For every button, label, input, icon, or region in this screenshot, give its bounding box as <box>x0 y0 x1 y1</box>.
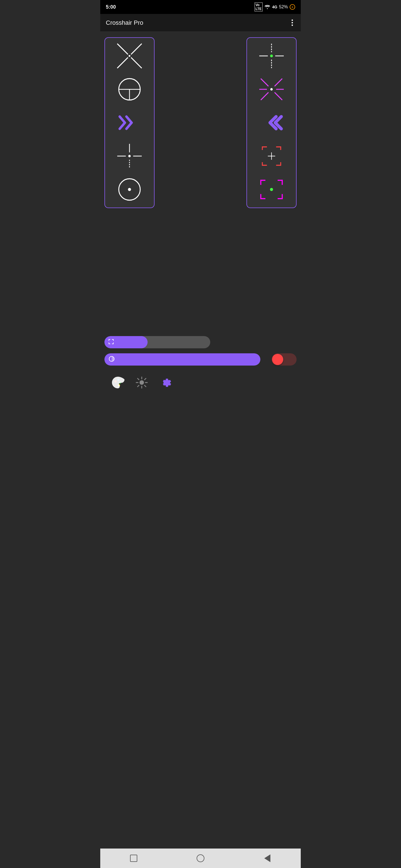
chevron-crosshair-item[interactable] <box>113 107 146 138</box>
crosshair-row <box>105 37 296 208</box>
svg-line-22 <box>275 92 282 100</box>
scope-crosshair-item[interactable] <box>113 74 146 104</box>
svg-line-1 <box>131 44 142 55</box>
main-content <box>100 32 301 331</box>
opacity-toggle-row <box>105 353 296 366</box>
app-title: Crosshair Pro <box>106 19 143 26</box>
opacity-icon <box>108 355 115 363</box>
svg-line-40 <box>145 378 146 380</box>
svg-point-28 <box>270 188 273 191</box>
svg-line-2 <box>117 58 128 68</box>
size-slider-track[interactable] <box>105 336 210 348</box>
svg-line-20 <box>275 79 282 87</box>
svg-point-12 <box>128 155 131 157</box>
svg-line-39 <box>145 385 146 387</box>
wifi-icon <box>264 4 270 10</box>
signal-icon: 4G <box>272 5 277 9</box>
more-menu-button[interactable] <box>289 17 295 28</box>
bracket-dot-crosshair-item[interactable] <box>255 174 288 205</box>
svg-line-3 <box>131 58 142 68</box>
svg-point-33 <box>140 380 144 385</box>
opacity-slider-track[interactable] <box>105 353 260 366</box>
opacity-slider-fill <box>105 353 260 366</box>
volte-icon: VoLTE <box>255 2 263 11</box>
left-crosshair-panel <box>105 37 154 208</box>
settings-button[interactable] <box>158 375 173 390</box>
svg-line-38 <box>138 378 139 380</box>
svg-point-25 <box>270 88 273 91</box>
size-slider-fill <box>105 336 148 348</box>
expand-icon <box>108 338 114 346</box>
svg-line-0 <box>117 44 128 55</box>
bottom-icons-row <box>105 371 296 395</box>
right-crosshair-panel <box>247 37 296 208</box>
toggle-knob <box>272 354 283 365</box>
cross-dot-crosshair-item[interactable] <box>255 41 288 71</box>
svg-line-19 <box>261 79 269 87</box>
size-slider-container <box>105 336 296 348</box>
svg-point-4 <box>128 55 131 57</box>
dot-lines-crosshair-item[interactable] <box>113 141 146 172</box>
double-chevron-crosshair-item[interactable] <box>255 107 288 138</box>
circle-dot-crosshair-item[interactable] <box>113 174 146 205</box>
star-crosshair-item[interactable] <box>255 74 288 104</box>
content-spacer <box>105 214 296 325</box>
bracket-crosshair-item[interactable] <box>255 141 288 172</box>
app-bar: Crosshair Pro <box>100 14 301 32</box>
toggle-switch[interactable] <box>271 353 296 366</box>
battery-text: 52% <box>279 4 288 9</box>
x-crosshair-item[interactable] <box>113 41 146 71</box>
svg-point-18 <box>270 55 273 57</box>
svg-line-21 <box>261 92 269 100</box>
svg-line-41 <box>138 385 139 387</box>
status-icons: VoLTE 4G 52% + <box>255 2 295 11</box>
battery-plus-icon: + <box>290 4 295 10</box>
status-bar: 5:00 VoLTE 4G 52% + <box>100 0 301 14</box>
brightness-button[interactable] <box>134 375 149 390</box>
controls-area <box>100 331 301 400</box>
svg-point-13 <box>128 188 131 191</box>
palette-button[interactable] <box>110 375 125 390</box>
status-time: 5:00 <box>106 4 116 10</box>
